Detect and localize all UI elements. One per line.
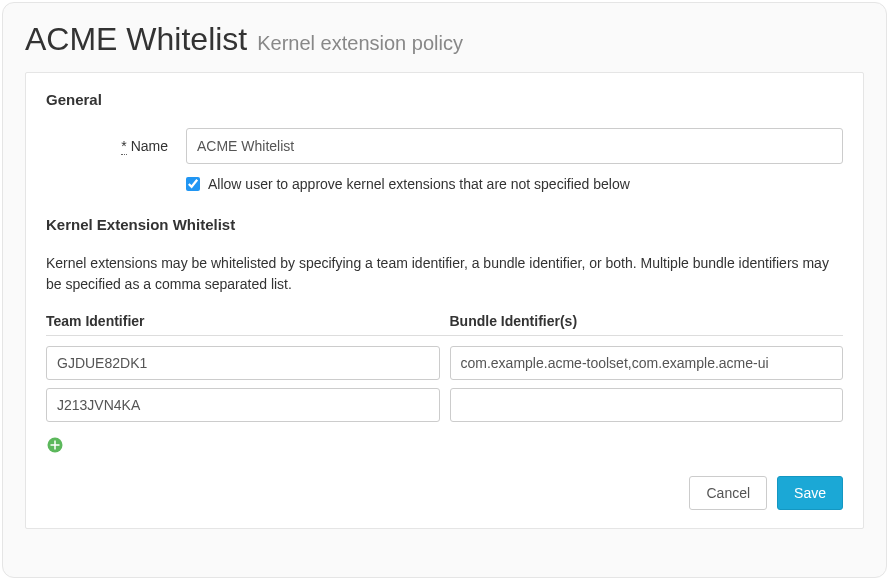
page-title: ACME Whitelist <box>25 21 247 58</box>
page-subtitle: Kernel extension policy <box>257 32 463 55</box>
bundle-identifier-input[interactable] <box>450 346 844 380</box>
whitelist-description: Kernel extensions may be whitelisted by … <box>46 253 843 295</box>
name-label-col: * Name <box>46 138 186 154</box>
save-button[interactable]: Save <box>777 476 843 510</box>
cancel-button[interactable]: Cancel <box>689 476 767 510</box>
allow-user-row: Allow user to approve kernel extensions … <box>186 176 843 192</box>
team-identifier-header: Team Identifier <box>46 313 440 329</box>
svg-rect-2 <box>51 444 60 446</box>
page-header: ACME Whitelist Kernel extension policy <box>25 21 864 58</box>
form-panel: General * Name Allow user to approve ker… <box>25 72 864 529</box>
name-label: Name <box>131 138 168 154</box>
name-input[interactable] <box>186 128 843 164</box>
name-row: * Name <box>46 128 843 164</box>
plus-circle-icon <box>46 436 64 454</box>
policy-card: ACME Whitelist Kernel extension policy G… <box>2 2 887 578</box>
table-row <box>46 388 843 422</box>
bundle-identifier-input[interactable] <box>450 388 844 422</box>
bundle-identifier-header: Bundle Identifier(s) <box>450 313 844 329</box>
team-identifier-input[interactable] <box>46 346 440 380</box>
required-marker: * <box>121 138 126 155</box>
whitelist-heading: Kernel Extension Whitelist <box>46 216 843 233</box>
table-header-row: Team Identifier Bundle Identifier(s) <box>46 313 843 336</box>
allow-user-label: Allow user to approve kernel extensions … <box>208 176 630 192</box>
table-row <box>46 346 843 380</box>
allow-user-checkbox[interactable] <box>186 177 200 191</box>
footer-actions: Cancel Save <box>46 476 843 510</box>
team-identifier-input[interactable] <box>46 388 440 422</box>
add-row-button[interactable] <box>46 436 64 454</box>
general-heading: General <box>46 91 843 108</box>
whitelist-table: Team Identifier Bundle Identifier(s) <box>46 313 843 422</box>
